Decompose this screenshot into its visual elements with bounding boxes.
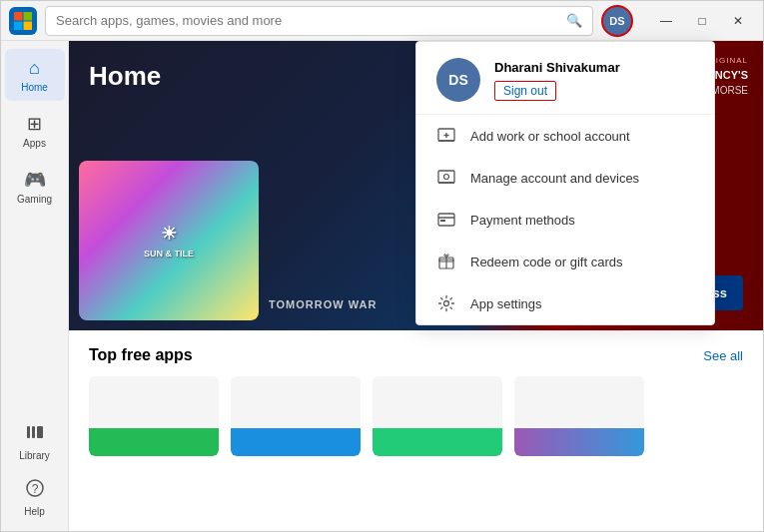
titlebar: 🔍 DS — □ ✕	[1, 1, 763, 41]
app-settings-label: App settings	[470, 296, 542, 311]
app-cards-container	[89, 376, 743, 456]
redeem-label: Redeem code or gift cards	[470, 255, 622, 269]
svg-rect-0	[14, 12, 23, 21]
window-controls: — □ ✕	[649, 6, 755, 36]
dropdown-header: DS Dharani Shivakumar Sign out	[416, 42, 714, 115]
sidebar-gaming-label: Gaming	[17, 194, 52, 205]
add-work-icon	[436, 126, 456, 146]
gift-icon	[436, 252, 456, 271]
app-window: 🔍 DS — □ ✕ ⌂ Home ⊞ Apps 🎮 Gaming	[0, 0, 764, 532]
manage-account-label: Manage account and devices	[470, 171, 639, 186]
payment-icon	[436, 210, 456, 230]
gaming-icon: 🎮	[24, 169, 46, 191]
game-thumbnail: ☀ SUN & TILE	[79, 161, 259, 320]
payment-label: Payment methods	[470, 213, 575, 228]
sidebar-item-help[interactable]: ? Help	[5, 471, 65, 523]
top-free-apps-section: Top free apps See all	[69, 330, 763, 472]
search-bar[interactable]: 🔍	[45, 6, 593, 36]
svg-rect-13	[438, 171, 454, 183]
tomorrow-war-label: TOMORROW WAR	[269, 298, 377, 310]
hero-title: Home	[89, 61, 161, 92]
dropdown-item-redeem[interactable]: Redeem code or gift cards	[416, 241, 714, 282]
search-input[interactable]	[56, 13, 560, 28]
app-card-1[interactable]	[89, 376, 219, 456]
add-work-label: Add work or school account	[470, 129, 630, 144]
settings-icon	[436, 293, 456, 313]
svg-rect-1	[24, 12, 33, 21]
apps-icon: ⊞	[27, 113, 42, 135]
svg-rect-5	[32, 426, 35, 438]
minimize-button[interactable]: —	[649, 6, 683, 36]
app-card-2[interactable]	[231, 376, 361, 456]
sidebar-library-label: Library	[19, 450, 50, 461]
library-icon	[25, 422, 45, 447]
app-logo	[9, 7, 37, 35]
hero-left-thumbnail: ☀ SUN & TILE	[79, 161, 259, 320]
help-icon: ?	[25, 478, 45, 503]
close-button[interactable]: ✕	[721, 6, 755, 36]
dropdown-item-manage-account[interactable]: Manage account and devices	[416, 157, 714, 199]
dropdown-item-add-work[interactable]: Add work or school account	[416, 115, 714, 157]
section-header: Top free apps See all	[89, 346, 743, 364]
svg-text:?: ?	[31, 482, 38, 496]
dropdown-avatar: DS	[436, 58, 480, 102]
sidebar-help-label: Help	[24, 506, 45, 517]
app-card-3[interactable]	[373, 376, 502, 456]
user-avatar-button[interactable]: DS	[601, 5, 633, 37]
maximize-button[interactable]: □	[685, 6, 719, 36]
section-title: Top free apps	[89, 346, 193, 364]
see-all-link[interactable]: See all	[703, 348, 743, 363]
sign-out-button[interactable]: Sign out	[494, 81, 556, 101]
svg-point-22	[444, 301, 449, 306]
sidebar-item-gaming[interactable]: 🎮 Gaming	[5, 161, 65, 213]
svg-rect-4	[27, 426, 30, 438]
app-card-4[interactable]	[514, 376, 644, 456]
sidebar-item-home[interactable]: ⌂ Home	[5, 49, 65, 101]
sidebar-item-apps[interactable]: ⊞ Apps	[5, 105, 65, 157]
svg-rect-16	[438, 214, 454, 226]
sidebar: ⌂ Home ⊞ Apps 🎮 Gaming	[1, 41, 69, 531]
sidebar-home-label: Home	[21, 82, 48, 93]
dropdown-user-info: Dharani Shivakumar Sign out	[494, 60, 694, 101]
svg-rect-18	[440, 220, 445, 222]
user-dropdown-menu: DS Dharani Shivakumar Sign out Add work …	[415, 41, 715, 325]
dropdown-item-settings[interactable]: App settings	[416, 282, 714, 324]
dropdown-item-payment[interactable]: Payment methods	[416, 199, 714, 241]
dropdown-username: Dharani Shivakumar	[494, 60, 694, 75]
svg-rect-6	[37, 426, 43, 438]
manage-account-icon	[436, 168, 456, 188]
home-icon: ⌂	[29, 58, 40, 79]
svg-point-15	[444, 175, 449, 180]
svg-rect-3	[24, 21, 33, 30]
search-icon: 🔍	[566, 13, 582, 28]
svg-rect-2	[14, 21, 23, 30]
sidebar-item-library[interactable]: Library	[5, 415, 65, 467]
sidebar-apps-label: Apps	[23, 138, 46, 149]
